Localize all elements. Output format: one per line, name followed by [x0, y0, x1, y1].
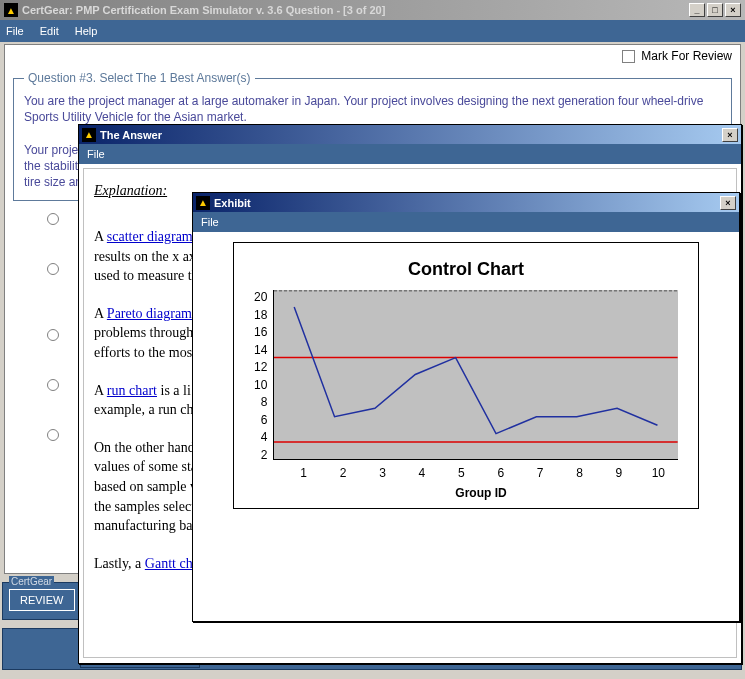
mark-review-row: Mark For Review [5, 45, 740, 67]
app-icon: ▲ [4, 3, 18, 17]
plot-area [273, 290, 678, 460]
x-tick: 1 [284, 466, 323, 480]
exhibit-titlebar[interactable]: ▲ Exhibit × [193, 193, 739, 212]
y-tick: 14 [254, 343, 267, 357]
p1-pre: A [94, 229, 107, 244]
exhibit-window: ▲ Exhibit × File Control Chart 201816141… [192, 192, 740, 622]
review-bar: CertGear REVIEW [2, 582, 82, 620]
run-chart-link[interactable]: run chart [107, 383, 157, 398]
x-tick: 2 [323, 466, 362, 480]
p4-b: values of some sta [94, 459, 197, 474]
answer-radio-2[interactable] [47, 263, 59, 275]
p2-a: problems through [94, 325, 193, 340]
answer-menubar: File [79, 144, 741, 164]
mark-review-checkbox[interactable] [622, 50, 635, 63]
menu-edit[interactable]: Edit [40, 25, 59, 37]
p3-post: example, a run cha [94, 402, 200, 417]
x-tick: 10 [639, 466, 678, 480]
menu-file[interactable]: File [6, 25, 24, 37]
y-tick: 10 [254, 378, 267, 392]
mark-review-label: Mark For Review [641, 49, 732, 63]
y-tick: 6 [261, 413, 268, 427]
answer-radio-5[interactable] [47, 429, 59, 441]
explanation-label: Explanation: [94, 183, 167, 198]
exhibit-menubar: File [193, 212, 739, 232]
x-axis: 12345678910 [284, 462, 678, 480]
question-p1: You are the project manager at a large a… [24, 94, 703, 124]
answer-close-button[interactable]: × [722, 128, 738, 142]
chart-title: Control Chart [254, 253, 678, 290]
answer-radio-1[interactable] [47, 213, 59, 225]
x-tick: 8 [560, 466, 599, 480]
x-tick: 3 [363, 466, 402, 480]
scatter-diagram-link[interactable]: scatter diagram [107, 229, 193, 244]
y-tick: 4 [261, 430, 268, 444]
main-titlebar[interactable]: ▲ CertGear: PMP Certification Exam Simul… [0, 0, 745, 20]
close-button[interactable]: × [725, 3, 741, 17]
exhibit-title: Exhibit [214, 197, 251, 209]
answer-title: The Answer [100, 129, 162, 141]
y-tick: 18 [254, 308, 267, 322]
p2-pre: A [94, 306, 107, 321]
certgear-label-1: CertGear [9, 576, 54, 587]
chart-box: Control Chart 2018161412108642 123456789… [233, 242, 699, 509]
x-tick: 7 [520, 466, 559, 480]
question-legend: Question #3. Select The 1 Best Answer(s) [24, 71, 255, 85]
x-tick: 4 [402, 466, 441, 480]
y-tick: 20 [254, 290, 267, 304]
answer-radio-3[interactable] [47, 329, 59, 341]
p3-pre: A [94, 383, 107, 398]
p4-e: manufacturing batc [94, 518, 202, 533]
y-axis: 2018161412108642 [254, 290, 273, 462]
gantt-chart-link[interactable]: Gantt ch [145, 556, 193, 571]
p4-c: based on sample va [94, 479, 203, 494]
p4-a: On the other hand, [94, 440, 198, 455]
y-tick: 12 [254, 360, 267, 374]
menu-help[interactable]: Help [75, 25, 98, 37]
y-tick: 2 [261, 448, 268, 462]
answer-titlebar[interactable]: ▲ The Answer × [79, 125, 741, 144]
x-label: Group ID [284, 486, 678, 500]
p4-d: the samples selecte [94, 499, 201, 514]
exhibit-app-icon: ▲ [196, 196, 210, 210]
x-tick: 9 [599, 466, 638, 480]
answer-app-icon: ▲ [82, 128, 96, 142]
p2-b: efforts to the most [94, 345, 196, 360]
answer-menu-file[interactable]: File [87, 148, 105, 160]
exhibit-close-button[interactable]: × [720, 196, 736, 210]
x-tick: 6 [481, 466, 520, 480]
y-tick: 16 [254, 325, 267, 339]
main-menubar: File Edit Help [0, 20, 745, 42]
p3-mid: is a li [161, 383, 191, 398]
p5-pre: Lastly, a [94, 556, 145, 571]
p1-b: used to measure th [94, 268, 199, 283]
x-tick: 5 [442, 466, 481, 480]
minimize-button[interactable]: _ [689, 3, 705, 17]
maximize-button[interactable]: □ [707, 3, 723, 17]
answer-radio-4[interactable] [47, 379, 59, 391]
question-p3: the stability [24, 159, 84, 173]
main-title: CertGear: PMP Certification Exam Simulat… [22, 4, 385, 16]
pareto-diagram-link[interactable]: Pareto diagram [107, 306, 192, 321]
p1-a: results on the x ax [94, 249, 196, 264]
y-tick: 8 [261, 395, 268, 409]
exhibit-menu-file[interactable]: File [201, 216, 219, 228]
review-button[interactable]: REVIEW [9, 589, 75, 611]
chart-svg [274, 290, 678, 459]
